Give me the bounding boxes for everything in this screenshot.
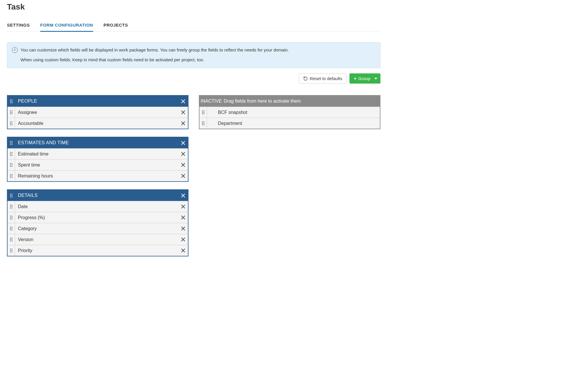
field-label: Version [15, 237, 178, 242]
reset-to-defaults-button[interactable]: Reset to defaults [299, 73, 347, 84]
field-row[interactable]: Estimated time [8, 148, 188, 159]
drag-handle-icon[interactable] [8, 118, 15, 129]
inactive-header: INACTIVE Drag fields from here to activa… [199, 96, 380, 107]
info-text-line1: You can customize which fields will be d… [21, 47, 289, 53]
field-label: Estimated time [15, 151, 178, 157]
add-group-button[interactable]: + Group [349, 73, 380, 84]
info-icon: i [12, 47, 18, 53]
group-title: ESTIMATES AND TIME [15, 140, 178, 145]
tab-form-configuration[interactable]: FORM CONFIGURATION [40, 20, 93, 32]
group-title: DETAILS [15, 193, 178, 198]
inactive-title-strong: INACTIVE [201, 99, 222, 104]
group-title: PEOPLE [15, 99, 178, 104]
field-label: Remaining hours [15, 173, 178, 179]
drag-handle-icon[interactable] [8, 245, 15, 256]
inactive-field-row[interactable]: BCF snapshot [199, 107, 380, 118]
active-groups-column: PEOPLEAssigneeAccountableESTIMATES AND T… [7, 95, 188, 256]
group-header[interactable]: PEOPLE [8, 96, 188, 107]
remove-field-button[interactable] [178, 121, 188, 125]
tabs: SETTINGSFORM CONFIGURATIONPROJECTS [7, 20, 380, 32]
remove-field-button[interactable] [178, 216, 188, 219]
remove-group-button[interactable] [178, 194, 188, 197]
remove-group-button[interactable] [178, 99, 188, 103]
info-banner: i You can customize which fields will be… [7, 42, 380, 68]
remove-field-button[interactable] [178, 174, 188, 178]
inactive-title-rest: Drag fields from here to activate them [224, 99, 301, 104]
info-text-line2: When using custom fields: Keep in mind t… [12, 56, 376, 63]
drag-handle-icon[interactable] [199, 118, 207, 129]
drag-handle-icon[interactable] [8, 149, 15, 159]
remove-field-button[interactable] [178, 110, 188, 114]
field-row[interactable]: Assignee [8, 107, 188, 118]
drag-handle-icon[interactable] [199, 107, 207, 118]
inactive-field-row[interactable]: Department [199, 118, 380, 129]
field-label: Date [15, 204, 178, 209]
inactive-column: INACTIVE Drag fields from here to activa… [199, 95, 380, 129]
undo-icon [303, 76, 308, 81]
drag-handle-icon[interactable] [8, 201, 15, 212]
field-row[interactable]: Version [8, 234, 188, 245]
tab-projects[interactable]: PROJECTS [103, 20, 128, 32]
remove-group-button[interactable] [178, 141, 188, 145]
page-title: Task [7, 2, 380, 12]
field-row[interactable]: Remaining hours [8, 170, 188, 181]
drag-handle-icon[interactable] [8, 212, 15, 223]
field-row[interactable]: Date [8, 201, 188, 212]
plus-icon: + [354, 76, 356, 81]
field-label: Category [15, 226, 178, 231]
drag-handle-icon[interactable] [8, 171, 15, 181]
drag-handle-icon[interactable] [8, 190, 15, 201]
remove-field-button[interactable] [178, 205, 188, 208]
field-label: Department [207, 121, 380, 126]
tab-settings[interactable]: SETTINGS [7, 20, 30, 32]
field-row[interactable]: Progress (%) [8, 212, 188, 223]
field-label: Progress (%) [15, 215, 178, 220]
field-row[interactable]: Category [8, 223, 188, 234]
drag-handle-icon[interactable] [8, 223, 15, 234]
field-row[interactable]: Priority [8, 245, 188, 256]
remove-field-button[interactable] [178, 152, 188, 156]
field-label: BCF snapshot [207, 110, 380, 115]
drag-handle-icon[interactable] [8, 160, 15, 170]
field-row[interactable]: Spent time [8, 159, 188, 170]
group-header[interactable]: ESTIMATES AND TIME [8, 137, 188, 148]
drag-handle-icon[interactable] [8, 137, 15, 148]
field-label: Spent time [15, 162, 178, 168]
reset-label: Reset to defaults [310, 76, 342, 81]
remove-field-button[interactable] [178, 249, 188, 252]
remove-field-button[interactable] [178, 163, 188, 167]
drag-handle-icon[interactable] [8, 234, 15, 245]
field-label: Assignee [15, 110, 178, 115]
remove-field-button[interactable] [178, 238, 188, 241]
group-header[interactable]: DETAILS [8, 190, 188, 201]
group-box: PEOPLEAssigneeAccountable [7, 95, 188, 129]
group-box: DETAILSDateProgress (%)CategoryVersionPr… [7, 189, 188, 256]
toolbar: Reset to defaults + Group [7, 73, 380, 84]
field-label: Priority [15, 248, 178, 253]
field-row[interactable]: Accountable [8, 118, 188, 129]
group-box: ESTIMATES AND TIMEEstimated timeSpent ti… [7, 137, 188, 182]
group-label: Group [358, 76, 370, 81]
inactive-box: INACTIVE Drag fields from here to activa… [199, 95, 380, 129]
caret-down-icon [374, 78, 377, 79]
drag-handle-icon[interactable] [8, 96, 15, 107]
field-label: Accountable [15, 121, 178, 126]
drag-handle-icon[interactable] [8, 107, 15, 118]
remove-field-button[interactable] [178, 227, 188, 230]
